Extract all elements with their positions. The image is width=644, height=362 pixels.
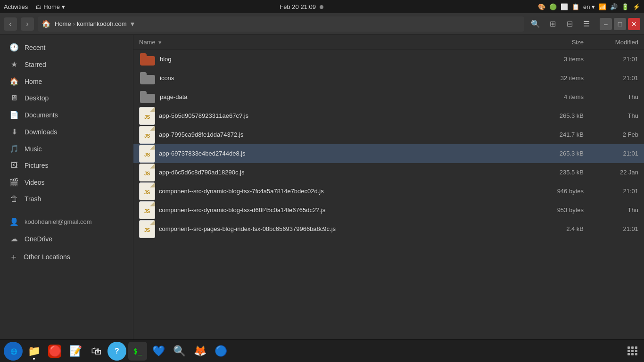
battery-icon[interactable]: 🔋 [621,3,629,10]
js-file-icon: JS [139,107,155,125]
close-button[interactable]: ✕ [628,18,640,30]
col-modified-label: Modified [615,39,638,46]
sidebar-item-recent[interactable]: 🕐 Recent [2,39,131,56]
app-grid-button[interactable] [625,344,640,359]
sidebar-item-home[interactable]: 🏠 Home [2,73,131,90]
view-toggle-button[interactable]: ⊟ [562,16,577,32]
documents-label: Documents [25,111,58,119]
file-name: app-69737833e4bed2744de8.js [159,150,535,157]
email-icon: 👤 [9,217,19,226]
table-row[interactable]: blog 3 items 21:01 [133,50,644,69]
wifi-icon[interactable]: 📶 [599,3,606,10]
sidebar-item-other[interactable]: ＋ Other Locations [2,247,131,266]
maximize-button[interactable]: □ [614,18,626,30]
file-name: component--src-pages-blog-index-tsx-08bc… [159,225,535,232]
file-modified: 21:01 [591,74,638,82]
files-chevron: ▾ [62,3,65,10]
sidebar-item-videos[interactable]: 🎬 Videos [2,174,131,190]
apps-icon[interactable]: 🎨 [538,3,545,10]
table-row[interactable]: JS component--src-pages-blog-index-tsx-0… [133,220,644,239]
table-row[interactable]: page-data 4 items Thu [133,88,644,107]
file-modified: 21:01 [591,56,638,63]
taskbar-icon-software[interactable]: 🛍 [87,342,106,361]
minimize-button[interactable]: – [600,18,612,30]
sidebar-item-pictures[interactable]: 🖼 Pictures [2,157,131,173]
breadcrumb-dropdown-icon[interactable]: ▾ [131,19,134,28]
chrome-icon[interactable]: 🟢 [549,3,557,10]
file-modified: Thu [591,206,638,214]
taskbar-icon-terminal[interactable]: $_ [128,342,147,361]
table-row[interactable]: JS app-d6c5d6c8d790ad18290c.js 235.5 kB … [133,163,644,182]
back-button[interactable]: ‹ [4,17,17,31]
home-nav-label: Home [25,78,42,85]
sidebar-item-music[interactable]: 🎵 Music [2,140,131,157]
col-size-header[interactable]: Size [535,39,591,46]
volume-icon[interactable]: 🔊 [610,3,618,10]
file-name: icons [160,74,535,82]
col-modified-header[interactable]: Modified [591,39,638,46]
other-add-icon: ＋ [9,251,18,263]
table-row[interactable]: JS app-7995ca9d8fe1dda74372.js 241.7 kB … [133,125,644,144]
taskbar-icon-firefox[interactable]: 🦊 [190,342,209,361]
pictures-label: Pictures [25,162,49,169]
taskbar-icon-vscode[interactable]: 💙 [149,342,168,361]
folder-icon [139,51,156,68]
menu-button[interactable]: ☰ [579,16,594,32]
forward-button[interactable]: › [21,17,34,31]
table-row[interactable]: JS component--src-dynamic-blog-tsx-d68f4… [133,201,644,220]
hp-icon[interactable]: ⬜ [561,3,568,10]
sidebar-item-downloads[interactable]: ⬇ Downloads [2,123,131,140]
table-row[interactable]: icons 32 items 21:01 [133,69,644,88]
view-grid-button[interactable]: ⊞ [545,16,560,32]
activities-label[interactable]: Activities [4,3,28,10]
js-file-icon: JS [139,164,155,181]
file-name: app-5b5d90578923311ae67c?.js [159,112,535,119]
sidebar-item-desktop[interactable]: 🖥 Desktop [2,90,131,106]
language-icon[interactable]: en ▾ [583,3,595,10]
file-size: 2.4 kB [535,225,591,232]
file-modified: 2 Feb [591,131,638,138]
sort-arrow: ▼ [157,40,163,45]
file-size: 32 items [535,74,591,82]
sidebar-item-trash[interactable]: 🗑 Trash [2,191,131,207]
taskbar-icon-text-editor[interactable]: 📝 [66,342,85,361]
taskbar-icon-help[interactable]: ? [107,342,126,361]
file-modified: 21:01 [591,225,638,232]
table-row[interactable]: JS app-5b5d90578923311ae67c?.js 265.3 kB… [133,107,644,125]
col-size-label: Size [572,39,584,46]
file-name: page-data [160,93,535,100]
breadcrumb-home[interactable]: Home [55,20,71,27]
table-row[interactable]: JS app-69737833e4bed2744de8.js 265.3 kB … [133,144,644,163]
file-modified: 21:01 [591,188,638,195]
svg-text:🌐: 🌐 [10,348,17,355]
breadcrumb-path[interactable]: komlankodoh.com [77,20,127,27]
files-menu-label: 🗂 [35,3,41,10]
taskbar-icon-chrome[interactable]: 🔵 [211,342,230,361]
search-button[interactable]: 🔍 [528,16,543,32]
downloads-label: Downloads [25,128,57,136]
file-name: component--src-dynamic-blog-tsx-d68f45c0… [159,206,535,214]
topbar: Activities 🗂 Home ▾ Feb 20 21:09 🎨 🟢 ⬜ 📋… [0,0,644,13]
sidebar-item-onedrive[interactable]: ☁ OneDrive [2,230,131,247]
taskbar-icon-app3[interactable]: 🔴 [45,342,64,361]
taskbar-icon-files[interactable]: 📁 [25,342,43,361]
file-name: blog [160,56,535,63]
files-menu[interactable]: 🗂 Home ▾ [35,3,65,10]
files-text: Home [43,3,60,10]
filelist-header: Name ▼ Size Modified [133,35,644,50]
table-row[interactable]: JS component--src-dynamic-blog-tsx-7fc4a… [133,182,644,201]
file-size: 953 bytes [535,206,591,214]
taskbar-right [625,344,640,359]
sidebar-item-documents[interactable]: 📄 Documents [2,107,131,123]
col-name-header[interactable]: Name ▼ [139,39,535,46]
taskbar-icon-firefox-alt[interactable]: 🌐 [4,342,23,361]
power-icon[interactable]: ⚡ [633,3,640,10]
starred-label: Starred [25,61,46,68]
sidebar-item-starred[interactable]: ★ Starred [2,56,131,73]
clipboard-icon[interactable]: 📋 [572,3,579,10]
taskbar-icon-image-viewer[interactable]: 🔍 [170,342,189,361]
file-modified: Thu [591,93,638,100]
file-name: app-7995ca9d8fe1dda74372.js [159,131,535,138]
sidebar-item-email[interactable]: 👤 kodohdaniel@gmail.com [2,214,131,230]
js-file-icon: JS [139,145,155,163]
